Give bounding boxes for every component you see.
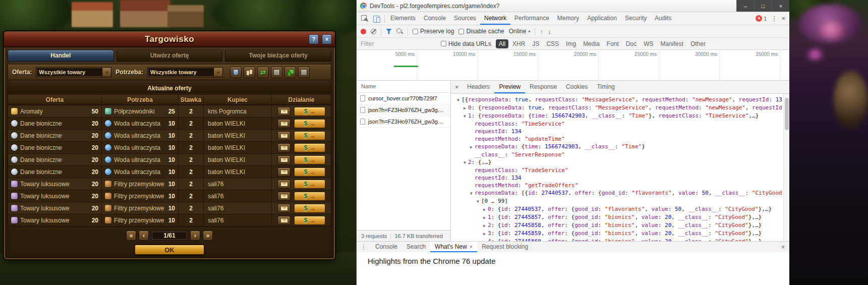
message-seller-button[interactable] bbox=[277, 204, 291, 213]
devtools-close-icon[interactable]: × bbox=[781, 15, 785, 22]
accept-trade-button[interactable]: $→ bbox=[294, 167, 325, 177]
offer-filter-select[interactable]: Wszystkie towary ▼ bbox=[36, 67, 111, 77]
tab-performance[interactable]: Performance bbox=[510, 12, 553, 25]
detail-tab-preview[interactable]: Preview bbox=[494, 81, 525, 93]
prev-page-button[interactable]: ‹ bbox=[139, 231, 149, 241]
error-badge[interactable]: × 1 bbox=[756, 15, 767, 22]
fair-trade-filter-button[interactable]: ⇄ bbox=[257, 67, 269, 78]
throttling-select[interactable]: Online ▾ bbox=[509, 28, 531, 35]
close-button[interactable]: × bbox=[322, 34, 332, 44]
preview-line[interactable]: ▶4: {id: 27445860, offer: {good_id: "bio… bbox=[452, 238, 782, 241]
preview-line[interactable]: ▼1: {responseData: {time: 1566742903, __… bbox=[452, 112, 782, 120]
tab-network[interactable]: Network bbox=[480, 12, 510, 25]
accept-trade-button[interactable]: $→ bbox=[294, 119, 325, 128]
export-har-icon[interactable]: ↓ bbox=[548, 28, 551, 35]
request-row[interactable]: json?h=FZ3Ho976ZH_gw3gM… bbox=[357, 104, 450, 116]
tab-twoje-biezace-oferty[interactable]: Twoje bieżące oferty bbox=[225, 50, 331, 62]
detail-close-icon[interactable]: × bbox=[451, 81, 462, 93]
dropdown-arrow-icon[interactable]: ▼ bbox=[213, 68, 222, 77]
record-button[interactable] bbox=[361, 29, 366, 34]
filter-type-manifest[interactable]: Manifest bbox=[658, 39, 686, 48]
preview-line[interactable]: ▶responseData: {time: 1566742903, __clas… bbox=[452, 143, 782, 151]
ok-button[interactable]: OK bbox=[134, 244, 205, 255]
drawer-tab-search[interactable]: Search bbox=[402, 242, 430, 252]
expand-arrow-icon[interactable]: ▶ bbox=[481, 214, 488, 221]
request-row[interactable]: cursor_hover.cur?70fb729f7 bbox=[357, 93, 450, 104]
tab-close-icon[interactable]: × bbox=[470, 244, 473, 250]
tab-application[interactable]: Application bbox=[583, 12, 621, 25]
message-seller-button[interactable] bbox=[277, 192, 291, 201]
request-row[interactable]: json?h=FZ3Ho976ZH_gw3gM… bbox=[357, 116, 450, 128]
message-seller-button[interactable] bbox=[277, 216, 291, 225]
preview-line[interactable]: ▼[{responseData: true, requestClass: "Me… bbox=[452, 96, 782, 104]
collapse-arrow-icon[interactable]: ▼ bbox=[461, 159, 468, 166]
need-filter-select[interactable]: Wszystkie towary ▼ bbox=[147, 67, 223, 77]
message-seller-button[interactable] bbox=[277, 180, 291, 189]
dropdown-arrow-icon[interactable]: ▼ bbox=[102, 68, 111, 77]
preview-line[interactable]: ▶1: {id: 27445857, offer: {good_id: "bio… bbox=[452, 213, 782, 221]
filter-type-js[interactable]: JS bbox=[529, 39, 542, 48]
preview-line[interactable]: ▼[0 … 99] bbox=[452, 197, 782, 205]
detail-tab-headers[interactable]: Headers bbox=[462, 81, 494, 93]
filter-type-img[interactable]: Img bbox=[563, 39, 579, 48]
accept-trade-button[interactable]: $→ bbox=[294, 180, 325, 189]
filter-input[interactable] bbox=[361, 40, 436, 47]
collapse-arrow-icon[interactable]: ▼ bbox=[461, 112, 468, 120]
preview-line[interactable]: ▼2: {,…} bbox=[452, 158, 782, 166]
filter-type-xhr[interactable]: XHR bbox=[509, 39, 528, 48]
preview-line[interactable]: ▼responseData: [{id: 27440537, offer: {g… bbox=[452, 189, 782, 197]
accept-trade-button[interactable]: $→ bbox=[294, 155, 325, 164]
filter-type-media[interactable]: Media bbox=[580, 39, 603, 48]
shield-filter-button[interactable] bbox=[230, 67, 242, 78]
scrollbar-thumb[interactable] bbox=[785, 98, 789, 130]
kebab-menu-icon[interactable]: ⋮ bbox=[771, 15, 777, 22]
collapse-arrow-icon[interactable]: ▼ bbox=[455, 96, 461, 104]
accept-trade-button[interactable]: $→ bbox=[294, 143, 325, 152]
accept-trade-button[interactable]: $→ bbox=[294, 216, 325, 225]
inspect-element-button[interactable] bbox=[359, 12, 371, 25]
accept-trade-button[interactable]: $→ bbox=[294, 107, 325, 116]
tab-audits[interactable]: Audits bbox=[651, 12, 675, 25]
filter-type-ws[interactable]: WS bbox=[641, 39, 656, 48]
detail-tab-response[interactable]: Response bbox=[525, 81, 561, 93]
players-filter-button[interactable] bbox=[244, 67, 255, 78]
filter-type-all[interactable]: All bbox=[496, 39, 508, 48]
accept-trade-button[interactable]: $→ bbox=[294, 131, 325, 140]
preview-scrollbar[interactable] bbox=[783, 94, 789, 241]
expand-arrow-icon[interactable]: ▶ bbox=[468, 143, 475, 151]
filter-type-css[interactable]: CSS bbox=[543, 39, 562, 48]
drawer-close-icon[interactable]: × bbox=[777, 242, 789, 252]
tab-elements[interactable]: Elements bbox=[386, 12, 420, 25]
disable-cache-checkbox[interactable]: Disable cache bbox=[458, 28, 504, 35]
tab-utworz-oferte[interactable]: Utwórz ofertę bbox=[117, 50, 223, 62]
device-toolbar-button[interactable] bbox=[371, 12, 383, 25]
filter-type-doc[interactable]: Doc bbox=[623, 39, 640, 48]
preview-line[interactable]: ▶3: {id: 27445859, offer: {good_id: "bio… bbox=[452, 230, 782, 238]
message-seller-button[interactable] bbox=[277, 143, 291, 152]
drawer-kebab-icon[interactable]: ⋮ bbox=[357, 242, 371, 252]
acceptable-trades-filter-button[interactable] bbox=[284, 67, 296, 78]
expand-arrow-icon[interactable]: ▶ bbox=[481, 230, 488, 238]
message-seller-button[interactable] bbox=[277, 107, 291, 116]
filter-icon[interactable] bbox=[386, 29, 392, 34]
preview-line[interactable]: ▶0: {id: 27440537, offer: {good_id: "fla… bbox=[452, 205, 782, 213]
message-seller-button[interactable] bbox=[277, 119, 291, 128]
tab-security[interactable]: Security bbox=[621, 12, 651, 25]
last-page-button[interactable]: » bbox=[203, 231, 213, 241]
filter-slot-button[interactable] bbox=[271, 67, 282, 78]
preview-line[interactable]: ▶2: {id: 27445858, offer: {good_id: "bio… bbox=[452, 221, 782, 230]
drawer-tab-request-blocking[interactable]: Request blocking bbox=[477, 242, 533, 252]
drawer-tab-what-s-new[interactable]: What's New× bbox=[430, 242, 477, 252]
message-seller-button[interactable] bbox=[277, 167, 291, 177]
maximize-button[interactable]: □ bbox=[754, 0, 772, 12]
import-har-icon[interactable]: ↑ bbox=[540, 28, 543, 35]
expand-arrow-icon[interactable]: ▶ bbox=[461, 104, 468, 112]
tab-console[interactable]: Console bbox=[420, 12, 450, 25]
accept-trade-button[interactable]: $→ bbox=[294, 192, 325, 201]
preserve-log-checkbox[interactable]: Preserve log bbox=[413, 28, 454, 35]
accept-trade-button[interactable]: $→ bbox=[294, 204, 325, 213]
clear-icon[interactable] bbox=[371, 29, 376, 34]
filter-slot-button[interactable] bbox=[298, 67, 310, 78]
search-icon[interactable] bbox=[396, 28, 403, 35]
minimize-button[interactable]: – bbox=[736, 0, 754, 12]
